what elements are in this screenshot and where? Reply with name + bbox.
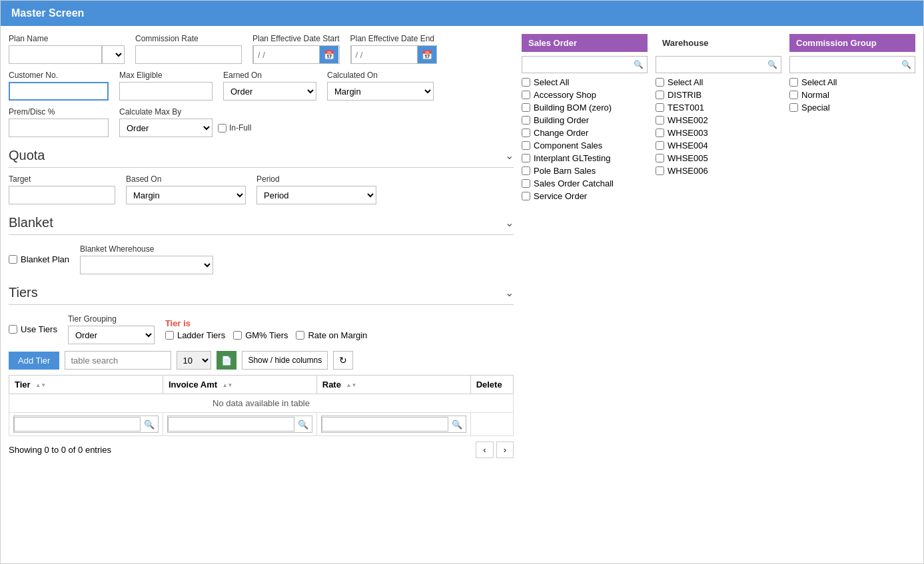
sales-order-search-input[interactable]: [522, 57, 630, 73]
warehouse-item-1[interactable]: TEST001: [656, 103, 781, 113]
quota-chevron-btn[interactable]: ⌄: [505, 149, 514, 162]
sales-order-select-all-checkbox[interactable]: [522, 78, 530, 87]
tier-filter-input[interactable]: [14, 417, 141, 431]
commission-group-checkbox-0[interactable]: [789, 91, 798, 99]
sales-order-checkbox-6[interactable]: [522, 166, 530, 175]
tiers-chevron-btn[interactable]: ⌄: [505, 286, 514, 299]
warehouse-select-all-checkbox[interactable]: [656, 78, 664, 87]
quota-based-on-select[interactable]: Margin Invoice Cost: [126, 186, 246, 204]
sales-order-checkbox-3[interactable]: [522, 129, 530, 137]
customer-no-input[interactable]: [9, 82, 109, 101]
commission-group-select-all-checkbox[interactable]: [789, 78, 798, 87]
sales-order-item-3[interactable]: Change Order: [522, 128, 648, 138]
warehouse-checkbox-3[interactable]: [656, 129, 664, 137]
rate-filter-search-icon[interactable]: 🔍: [448, 418, 466, 431]
next-page-btn[interactable]: ›: [496, 441, 514, 458]
in-full-checkbox-label[interactable]: In-Full: [218, 123, 251, 133]
tier-filter-search-icon[interactable]: 🔍: [141, 418, 158, 431]
rate-sort-icon[interactable]: ▲▼: [346, 382, 357, 388]
blanket-section-header: Blanket ⌄: [9, 211, 514, 235]
table-search-input[interactable]: [65, 351, 171, 370]
rate-on-margin-label[interactable]: Rate on Margin: [296, 330, 367, 340]
warehouse-item-3[interactable]: WHSE003: [656, 128, 781, 138]
warehouse-checkbox-5[interactable]: [656, 154, 664, 162]
warehouse-checkbox-2[interactable]: [656, 116, 664, 125]
tier-sort-icon[interactable]: ▲▼: [35, 382, 46, 388]
invoice-filter-input[interactable]: [168, 417, 294, 431]
warehouse-column: Warehouse 🔍 Select All DISTRIB: [656, 34, 781, 458]
plan-effective-end-cal-btn[interactable]: 📅: [418, 46, 436, 63]
calculated-on-select[interactable]: Margin Invoice Cost: [327, 82, 434, 101]
rate-on-margin-checkbox[interactable]: [296, 331, 304, 340]
plan-effective-start-input[interactable]: [253, 45, 320, 64]
sales-order-item-8[interactable]: Service Order: [522, 191, 648, 201]
in-full-checkbox[interactable]: [218, 124, 227, 133]
plan-name-select[interactable]: [102, 45, 125, 64]
warehouse-item-6[interactable]: WHSE006: [656, 166, 781, 176]
invoice-amt-sort-icon[interactable]: ▲▼: [223, 382, 233, 388]
warehouse-search-input[interactable]: [656, 57, 764, 73]
use-tiers-label[interactable]: Use Tiers: [9, 324, 57, 334]
sales-order-item-2[interactable]: Building Order: [522, 115, 648, 125]
sales-order-select-all[interactable]: Select All: [522, 77, 648, 87]
commission-group-select-all[interactable]: Select All: [789, 77, 915, 87]
sales-order-checkbox-1[interactable]: [522, 103, 530, 112]
sales-order-item-6[interactable]: Pole Barn Sales: [522, 166, 648, 176]
warehouse-checkbox-4[interactable]: [656, 141, 664, 150]
reset-btn[interactable]: ↻: [333, 351, 353, 370]
sales-order-item-7[interactable]: Sales Order Catchall: [522, 178, 648, 188]
warehouse-item-4[interactable]: WHSE004: [656, 141, 781, 150]
commission-group-checkbox-1[interactable]: [789, 103, 798, 112]
rate-filter-input[interactable]: [322, 417, 448, 431]
sales-order-checkbox-0[interactable]: [522, 91, 530, 99]
tier-is-options: Ladder Tiers GM% Tiers Rate on Margin: [165, 330, 367, 340]
warehouse-checkbox-6[interactable]: [656, 166, 664, 175]
commission-group-item-0[interactable]: Normal: [789, 90, 915, 100]
gm-tiers-label[interactable]: GM% Tiers: [233, 330, 288, 340]
commission-group-item-1[interactable]: Special: [789, 103, 915, 113]
warehouse-checkbox-1[interactable]: [656, 103, 664, 112]
sales-order-checkbox-2[interactable]: [522, 116, 530, 125]
sales-order-checkbox-8[interactable]: [522, 192, 530, 200]
warehouse-item-5[interactable]: WHSE005: [656, 153, 781, 163]
sales-order-item-0[interactable]: Accessory Shop: [522, 90, 648, 100]
plan-effective-start-cal-btn[interactable]: 📅: [320, 46, 338, 63]
excel-export-btn[interactable]: 📄: [217, 351, 236, 370]
gm-tiers-checkbox[interactable]: [233, 331, 242, 340]
sales-order-checkbox-7[interactable]: [522, 179, 530, 188]
blanket-plan-checkbox-label[interactable]: Blanket Plan: [9, 254, 69, 264]
blanket-plan-checkbox[interactable]: [9, 255, 17, 264]
in-full-text: In-Full: [229, 123, 251, 133]
plan-name-input[interactable]: [9, 45, 102, 64]
add-tier-btn[interactable]: Add Tier: [9, 352, 59, 370]
invoice-filter-search-icon[interactable]: 🔍: [294, 418, 312, 431]
show-hide-columns-btn[interactable]: Show / hide columns: [242, 351, 328, 370]
commission-group-search-input[interactable]: [790, 57, 898, 73]
plan-effective-end-input[interactable]: [351, 45, 418, 64]
blanket-chevron-btn[interactable]: ⌄: [505, 216, 514, 229]
quota-target-input[interactable]: [9, 186, 115, 204]
sales-order-item-5[interactable]: Interplant GLTesting: [522, 153, 648, 163]
page-size-select[interactable]: 10 25 50 100: [177, 351, 211, 370]
sales-order-checkbox-4[interactable]: [522, 141, 530, 150]
sales-order-checkbox-5[interactable]: [522, 154, 530, 162]
ladder-tiers-checkbox[interactable]: [165, 331, 174, 340]
warehouse-item-2[interactable]: WHSE002: [656, 115, 781, 125]
commission-rate-input[interactable]: [135, 45, 242, 64]
prem-disc-input[interactable]: [9, 119, 109, 137]
calculate-max-by-select[interactable]: Order Line: [119, 119, 213, 137]
ladder-tiers-label[interactable]: Ladder Tiers: [165, 330, 225, 340]
warehouse-select-all[interactable]: Select All: [656, 77, 781, 87]
blanket-wherehouse-select[interactable]: [80, 256, 213, 274]
max-eligible-input[interactable]: [119, 82, 213, 101]
prev-page-btn[interactable]: ‹: [476, 441, 493, 458]
use-tiers-checkbox[interactable]: [9, 325, 17, 334]
warehouse-checkbox-0[interactable]: [656, 91, 664, 99]
plan-effective-start-wrap: 📅: [252, 45, 340, 64]
tier-grouping-select[interactable]: Order Line: [68, 326, 155, 344]
quota-period-select[interactable]: Period Year Quarter: [256, 186, 376, 204]
warehouse-item-0[interactable]: DISTRIB: [656, 90, 781, 100]
sales-order-item-1[interactable]: Building BOM (zero): [522, 103, 648, 113]
sales-order-item-4[interactable]: Component Sales: [522, 141, 648, 150]
earned-on-select[interactable]: Order: [223, 82, 316, 101]
